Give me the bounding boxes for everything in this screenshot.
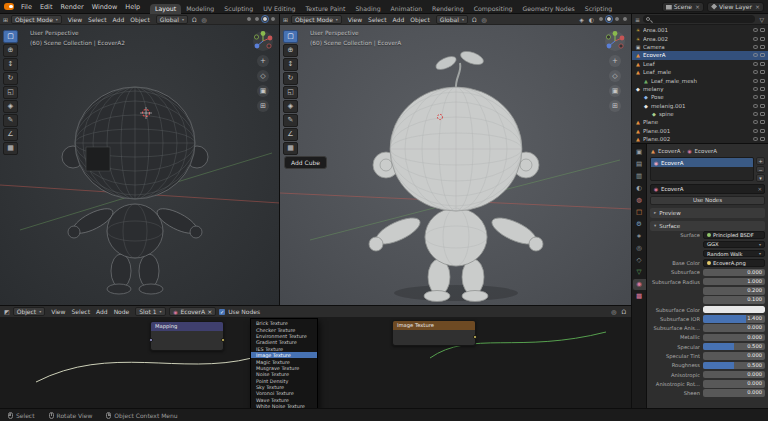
subsurface-method-dropdown[interactable]: Random Walk ▾	[703, 250, 765, 258]
base-color-texture-field[interactable]: EcoverA.png	[703, 259, 765, 267]
preview-section-header[interactable]: ▸ Preview	[650, 208, 765, 218]
workspace-tab[interactable]: Animation	[386, 4, 428, 14]
wireframe-shading-icon[interactable]	[246, 16, 252, 22]
parameter-slider[interactable]: 1.400	[703, 315, 765, 323]
hide-in-viewport-toggle[interactable]	[753, 79, 758, 83]
navigation-gizmo[interactable]	[604, 30, 626, 52]
transform-tool[interactable]: ◈	[3, 100, 18, 113]
material-chip[interactable]: ◉ EcoverA ×	[169, 307, 217, 316]
hide-in-viewport-toggle[interactable]	[753, 137, 758, 141]
workspace-tab[interactable]: Geometry Nodes	[518, 4, 580, 14]
rotate-tool[interactable]: ↻	[283, 72, 298, 85]
rotate-tool[interactable]: ↻	[3, 72, 18, 85]
menu-option[interactable]: White Noise Texture	[251, 403, 317, 408]
scene-selector[interactable]: Scene ×	[662, 2, 704, 12]
wireframe-shading-icon[interactable]	[598, 16, 604, 22]
workspace-tab[interactable]: Rendering	[427, 4, 469, 14]
disable-in-render-toggle[interactable]	[760, 104, 765, 108]
perspective-toggle-icon[interactable]: ⊞	[257, 100, 269, 112]
constraint-properties-tab[interactable]: ◇	[633, 255, 646, 266]
workspace-tab[interactable]: Layout	[150, 4, 181, 14]
add-slot-button[interactable]: +	[756, 157, 765, 165]
disable-in-render-toggle[interactable]	[760, 70, 765, 74]
outliner-item[interactable]: ◆ melanig.001	[632, 102, 768, 110]
parameter-slider[interactable]	[703, 306, 765, 314]
disable-in-render-toggle[interactable]	[760, 137, 765, 141]
viewport-menu-item[interactable]: Object	[127, 16, 153, 23]
object-properties-tab[interactable]: □	[633, 207, 646, 218]
operator-panel-add-cube[interactable]: Add Cube	[284, 156, 327, 169]
snap-magnet-icon[interactable]: Ω	[191, 16, 198, 23]
disable-in-render-toggle[interactable]	[760, 79, 765, 83]
use-nodes-button[interactable]: Use Nodes	[650, 196, 765, 205]
parameter-slider[interactable]: 0.000	[703, 380, 765, 388]
parameter-slider[interactable]: 0.000	[703, 324, 765, 332]
shader-editor[interactable]: ◩ Object ▾ ViewSelectAddNode Slot 1 ▾ ◉ …	[0, 305, 632, 408]
move-tool[interactable]: ↕	[3, 58, 18, 71]
viewport-menu-item[interactable]: Add	[110, 16, 128, 23]
proportional-edit-icon[interactable]: ◎	[201, 16, 208, 23]
workspace-tab[interactable]: UV Editing	[258, 4, 300, 14]
pan-icon[interactable]: ◇	[257, 70, 269, 82]
parameter-slider[interactable]: 1.000	[703, 278, 765, 286]
hide-in-viewport-toggle[interactable]	[753, 95, 758, 99]
parameter-slider[interactable]: 0.000	[703, 352, 765, 360]
parameter-slider[interactable]: 0.000	[703, 371, 765, 379]
add-cube-tool[interactable]: ▦	[283, 142, 298, 155]
orientation-dropdown[interactable]: Global ▾	[436, 15, 468, 24]
cursor-tool[interactable]: ⊕	[283, 44, 298, 57]
main-menu-item[interactable]: Edit	[36, 3, 57, 11]
node-editor-menu-item[interactable]: Add	[93, 308, 111, 315]
hide-in-viewport-toggle[interactable]	[753, 112, 758, 116]
outliner-item[interactable]: ◆ Pose	[632, 93, 768, 101]
viewport-menu-item[interactable]: Select	[365, 16, 390, 23]
node-editor-menu-item[interactable]: Node	[111, 308, 133, 315]
main-menu-item[interactable]: Window	[88, 3, 122, 11]
parameter-slider[interactable]: 0.000	[703, 334, 765, 342]
disable-in-render-toggle[interactable]	[760, 45, 765, 49]
scale-tool[interactable]: ◱	[3, 86, 18, 99]
scene-properties-tab[interactable]: ◐	[633, 183, 646, 194]
rendered-shading-icon[interactable]	[622, 16, 628, 22]
rendered-shading-icon[interactable]	[270, 16, 276, 22]
parameter-slider[interactable]: 0.000	[703, 269, 765, 277]
workspace-tab[interactable]: Scripting	[580, 4, 618, 14]
material-slot-list[interactable]: ◉ EcoverA	[650, 157, 754, 181]
hide-in-viewport-toggle[interactable]	[753, 37, 758, 41]
measure-tool[interactable]: ∠	[3, 128, 18, 141]
annotate-tool[interactable]: ✎	[283, 114, 298, 127]
breadcrumb-material-name[interactable]: EcoverA	[695, 148, 718, 154]
surface-section-header[interactable]: ▾ Surface	[650, 221, 765, 231]
parameter-slider[interactable]: 0.100	[703, 296, 765, 304]
overlays-icon[interactable]: ◐	[588, 16, 595, 23]
breadcrumb-object-name[interactable]: EcoverA	[658, 148, 681, 154]
mode-dropdown[interactable]: Object Mode ▾	[11, 15, 62, 24]
outliner-item[interactable]: ☀ Area.002	[632, 34, 768, 42]
scene-unlink-icon[interactable]: ×	[694, 3, 700, 10]
node-title[interactable]: Mapping	[151, 322, 223, 331]
blender-logo-icon[interactable]	[4, 3, 14, 10]
viewport-menu-item[interactable]: View	[65, 16, 85, 23]
disable-in-render-toggle[interactable]	[760, 120, 765, 124]
shading-mode-buttons[interactable]	[246, 16, 276, 22]
material-properties-tab[interactable]: ◉	[633, 279, 646, 290]
distribution-dropdown[interactable]: GGX ▾	[703, 241, 765, 249]
hide-in-viewport-toggle[interactable]	[753, 70, 758, 74]
zoom-icon[interactable]: +	[609, 55, 621, 67]
outliner-item[interactable]: ▲ Leaf_male_mesh	[632, 76, 768, 84]
shader-type-dropdown[interactable]: Object ▾	[13, 307, 46, 316]
editor-type-icon[interactable]: ◩	[4, 308, 10, 315]
render-properties-tab[interactable]: ▣	[633, 147, 646, 158]
slot-specials-button[interactable]: ▾	[756, 174, 765, 182]
pan-icon[interactable]: ◇	[609, 70, 621, 82]
disable-in-render-toggle[interactable]	[760, 95, 765, 99]
parameter-slider[interactable]: 0.500	[703, 362, 765, 370]
hide-in-viewport-toggle[interactable]	[753, 45, 758, 49]
transform-tool[interactable]: ◈	[283, 100, 298, 113]
unlink-material-icon[interactable]: ×	[757, 186, 762, 192]
show-gizmo-icon[interactable]: ◈	[578, 16, 585, 23]
parameter-slider[interactable]: 0.500	[703, 343, 765, 351]
hide-in-viewport-toggle[interactable]	[753, 104, 758, 108]
view-layer-unlink-icon[interactable]: ×	[754, 3, 760, 10]
navigation-gizmo[interactable]	[252, 30, 274, 52]
